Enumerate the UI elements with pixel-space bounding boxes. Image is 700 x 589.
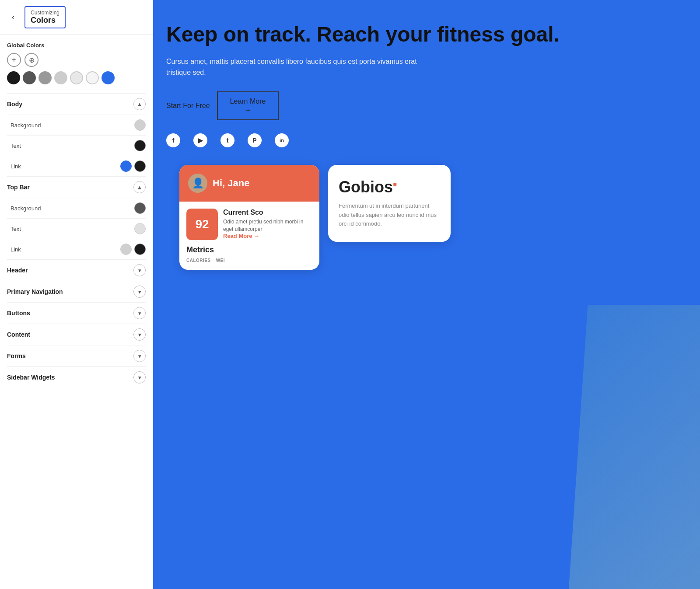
topbar-background-label: Background	[10, 205, 41, 212]
body-text-swatches	[134, 140, 146, 151]
forms-section-header[interactable]: Forms ▾	[7, 345, 146, 366]
topbar-text-row: Text	[7, 218, 146, 239]
hero-title: Keep on track. Reach your fitness goal.	[166, 22, 682, 47]
panel-title-main: Colors	[31, 16, 60, 25]
topbar-chevron[interactable]: ▲	[133, 181, 146, 193]
buttons-section-label: Buttons	[7, 310, 30, 317]
hero-subtitle: Cursus amet, mattis placerat convallis l…	[166, 56, 429, 78]
score-box: 92	[186, 209, 218, 240]
social-icons-row: f ▶ t P in	[166, 133, 682, 147]
body-link-swatch2[interactable]	[134, 160, 146, 172]
panel-header: ‹ Customizing Colors	[0, 0, 153, 35]
score-title: Current Sco	[223, 209, 312, 216]
body-link-swatches	[120, 160, 146, 172]
primary-nav-label: Primary Navigation	[7, 288, 63, 295]
app-card-header: 👤 Hi, Jane	[179, 165, 319, 202]
topbar-text-swatch[interactable]	[134, 223, 146, 234]
swatch-black[interactable]	[7, 71, 20, 84]
topbar-link-swatch2[interactable]	[134, 244, 146, 255]
body-text-label: Text	[10, 143, 21, 149]
topbar-background-row: Background	[7, 198, 146, 218]
right-preview-panel: Keep on track. Reach your fitness goal. …	[153, 0, 700, 589]
score-info: Current Sco Odio amet pretiu sed nibh mo…	[223, 209, 312, 240]
buttons-section-header[interactable]: Buttons ▾	[7, 302, 146, 324]
greeting-text: Hi, Jane	[213, 178, 249, 189]
brand-name: Gobios▪	[339, 178, 440, 196]
left-panel: ‹ Customizing Colors Global Colors + ⊕ B…	[0, 0, 153, 589]
panel-body: Global Colors + ⊕ Body ▲ Background Tex	[0, 35, 153, 589]
global-color-swatches	[7, 71, 146, 84]
twitter-icon[interactable]: t	[220, 133, 234, 147]
body-chevron[interactable]: ▲	[133, 98, 146, 110]
metrics-row: CALORIES WEI	[186, 258, 312, 263]
score-desc: Odio amet pretiu sed nibh morbi in eget …	[223, 218, 312, 233]
content-chevron[interactable]: ▾	[133, 328, 146, 341]
cards-area: 👤 Hi, Jane 92 Current Sco Odio amet pret…	[166, 165, 682, 287]
app-card-2: Gobios▪ Fermentum ut in interdum parturi…	[328, 165, 451, 242]
body-section-label: Body	[7, 101, 22, 108]
sidebar-widgets-chevron[interactable]: ▾	[133, 371, 146, 383]
sidebar-widgets-label: Sidebar Widgets	[7, 374, 55, 381]
body-link-row: Link	[7, 156, 146, 176]
swatch-light-gray[interactable]	[54, 71, 67, 84]
forms-chevron[interactable]: ▾	[133, 350, 146, 362]
brand-text: Gobios	[339, 178, 393, 196]
app-card-1: 👤 Hi, Jane 92 Current Sco Odio amet pret…	[179, 165, 319, 270]
learn-more-arrow: →	[244, 106, 251, 114]
topbar-link-row: Link	[7, 239, 146, 259]
user-avatar: 👤	[188, 174, 207, 193]
forms-section-label: Forms	[7, 352, 26, 359]
primary-nav-section-header[interactable]: Primary Navigation ▾	[7, 281, 146, 302]
swatch-white[interactable]	[86, 71, 99, 84]
youtube-icon[interactable]: ▶	[193, 133, 207, 147]
calories-label: CALORIES	[186, 258, 211, 263]
header-chevron[interactable]: ▾	[133, 264, 146, 276]
swatch-dark-gray[interactable]	[23, 71, 36, 84]
content-section-header[interactable]: Content ▾	[7, 324, 146, 345]
metrics-title: Metrics	[186, 245, 312, 254]
add-palette-button[interactable]: ⊕	[24, 53, 38, 67]
hero-section: Keep on track. Reach your fitness goal. …	[153, 0, 700, 305]
topbar-link-swatch1[interactable]	[120, 244, 132, 255]
panel-title-box: Customizing Colors	[24, 6, 66, 28]
topbar-text-swatches	[134, 223, 146, 234]
body-background-row: Background	[7, 115, 146, 135]
app-card-body: 92 Current Sco Odio amet pretiu sed nibh…	[179, 202, 319, 270]
body-text-swatch[interactable]	[134, 140, 146, 151]
topbar-section-header[interactable]: Top Bar ▲	[7, 176, 146, 198]
body-text-row: Text	[7, 135, 146, 156]
topbar-section-label: Top Bar	[7, 184, 30, 191]
color-tools: + ⊕	[7, 53, 146, 67]
body-link-label: Link	[10, 163, 21, 170]
body-bg-swatch[interactable]	[134, 119, 146, 131]
panel-title-sub: Customizing	[31, 10, 60, 16]
header-section-label: Header	[7, 267, 28, 274]
buttons-chevron[interactable]: ▾	[133, 307, 146, 319]
learn-more-button[interactable]: Learn More →	[217, 91, 279, 120]
body-background-swatches	[134, 119, 146, 131]
add-color-button[interactable]: +	[7, 53, 21, 67]
topbar-link-swatches	[120, 244, 146, 255]
swatch-near-white[interactable]	[70, 71, 83, 84]
facebook-icon[interactable]: f	[166, 133, 180, 147]
body-link-swatch1[interactable]	[120, 160, 132, 172]
brand-dot: ▪	[393, 178, 397, 190]
swatch-mid-gray[interactable]	[38, 71, 52, 84]
back-button[interactable]: ‹	[7, 11, 19, 24]
score-row: 92 Current Sco Odio amet pretiu sed nibh…	[186, 209, 312, 240]
topbar-bg-swatch[interactable]	[134, 202, 146, 214]
pinterest-icon[interactable]: P	[248, 133, 262, 147]
read-more-link[interactable]: Read More →	[223, 233, 312, 239]
swatch-blue[interactable]	[102, 71, 115, 84]
start-for-free-button[interactable]: Start For Free	[166, 98, 210, 114]
topbar-text-label: Text	[10, 226, 21, 232]
body-background-label: Background	[10, 122, 41, 129]
primary-nav-chevron[interactable]: ▾	[133, 286, 146, 298]
sidebar-widgets-section-header[interactable]: Sidebar Widgets ▾	[7, 366, 146, 388]
topbar-link-label: Link	[10, 246, 21, 253]
header-section-header[interactable]: Header ▾	[7, 259, 146, 281]
body-section-header[interactable]: Body ▲	[7, 93, 146, 115]
linkedin-icon[interactable]: in	[275, 133, 289, 147]
topbar-background-swatches	[134, 202, 146, 214]
hero-buttons: Start For Free Learn More →	[166, 91, 682, 120]
